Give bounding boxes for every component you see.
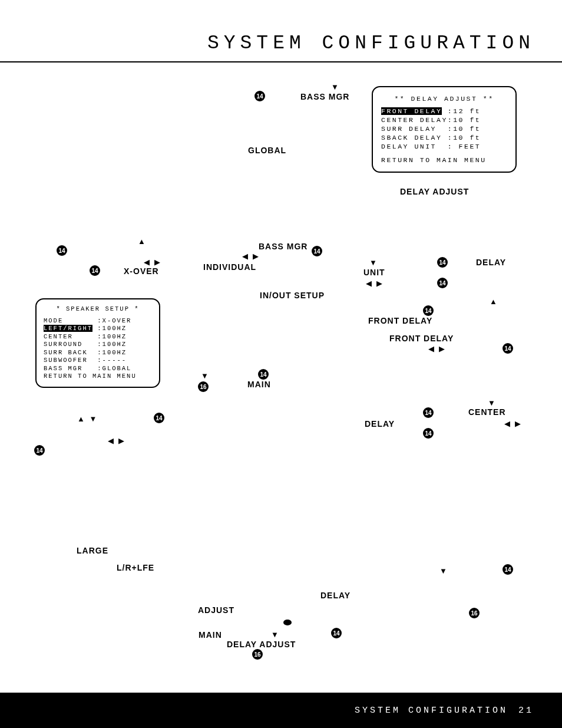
- label-bass-mgr: BASS MGR: [259, 242, 308, 251]
- lcd-row: SURR DELAY :10 ft: [381, 124, 507, 133]
- lcd-row: FRONT DELAY :12 ft: [381, 107, 507, 116]
- page-title: SYSTEM CONFIGURATION: [0, 32, 535, 54]
- chevron-up-icon: ▲: [490, 297, 498, 306]
- label-main: MAIN: [247, 380, 271, 389]
- label-individual: INDIVIDUAL: [203, 262, 256, 272]
- badge-14: 14: [90, 265, 100, 276]
- label-global: GLOBAL: [248, 146, 286, 155]
- label-x-over: X-OVER: [124, 266, 159, 276]
- badge-14: 14: [331, 628, 342, 638]
- label-lr-lfe: L/R+LFE: [117, 563, 154, 572]
- lcd-row: CENTER :100HZ: [44, 333, 152, 341]
- chevron-down-icon: ▼: [369, 258, 378, 267]
- chevron-left-right-icon: ◀ ▶: [144, 258, 161, 266]
- badge-14: 14: [423, 305, 434, 316]
- chevron-down-icon: ▼: [331, 83, 340, 91]
- chevron-left-right-icon: ◀ ▶: [242, 252, 260, 261]
- chevron-down-icon: ▼: [439, 566, 448, 575]
- label-delay: DELAY: [476, 258, 506, 267]
- lcd-return: RETURN TO MAIN MENU: [381, 156, 507, 164]
- lcd-row: BASS MGR :GLOBAL: [44, 365, 152, 373]
- chevron-down-icon: ▼: [488, 398, 497, 407]
- lcd-title: ** DELAY ADJUST **: [381, 94, 507, 103]
- chevron-up-down-icon: ▲ ▼: [77, 414, 98, 423]
- badge-14: 14: [503, 343, 513, 354]
- label-front-delay: FRONT DELAY: [389, 334, 454, 343]
- label-large: LARGE: [77, 546, 108, 555]
- chevron-down-icon: ▼: [201, 371, 210, 380]
- label-main: MAIN: [199, 630, 222, 640]
- label-delay: DELAY: [365, 419, 395, 429]
- badge-14: 14: [258, 369, 269, 380]
- badge-14: 14: [423, 407, 434, 418]
- lcd-row: SURROUND :100HZ: [44, 341, 152, 349]
- label-delay-adjust: DELAY ADJUST: [227, 640, 296, 649]
- page-number: 21: [518, 706, 534, 716]
- lcd-title: * SPEAKER SETUP *: [44, 305, 152, 314]
- lcd-row: MODE :X-OVER: [44, 317, 152, 325]
- chevron-left-right-icon: ◀ ▶: [428, 344, 446, 353]
- header-rule: [0, 61, 562, 62]
- chevron-up-icon: ▲: [138, 237, 147, 246]
- badge-14: 14: [254, 91, 265, 101]
- badge-16: 16: [252, 649, 263, 660]
- lcd-row: SBACK DELAY :10 ft: [381, 133, 507, 142]
- lcd-row: DELAY UNIT : FEET: [381, 142, 507, 151]
- badge-14: 14: [437, 257, 448, 268]
- label-adjust: ADJUST: [198, 605, 234, 615]
- footer-title: SYSTEM CONFIGURATION: [355, 706, 508, 716]
- lcd-return: RETURN TO MAIN MENU: [44, 373, 152, 381]
- label-center: CENTER: [468, 407, 506, 417]
- lcd-delay-adjust: ** DELAY ADJUST ** FRONT DELAY :12 ft CE…: [372, 86, 517, 173]
- chevron-left-right-icon: ◀ ▶: [504, 419, 522, 428]
- dot-icon: [283, 620, 292, 625]
- label-delay-adjust: DELAY ADJUST: [400, 187, 469, 196]
- badge-14: 14: [423, 428, 434, 439]
- badge-14: 14: [312, 246, 322, 256]
- lcd-row: SUBWOOFER :-----: [44, 357, 152, 365]
- badge-16: 16: [469, 608, 480, 618]
- page-footer: SYSTEM CONFIGURATION 21: [0, 693, 562, 728]
- badge-14: 14: [34, 445, 45, 456]
- label-bass-mgr: BASS MGR: [300, 92, 349, 101]
- label-delay: DELAY: [320, 591, 351, 600]
- label-in-out-setup: IN/OUT SETUP: [260, 291, 325, 300]
- badge-16: 16: [198, 381, 209, 392]
- label-front-delay: FRONT DELAY: [368, 316, 432, 325]
- badge-14: 14: [57, 245, 67, 256]
- lcd-row: LEFT/RIGHT :100HZ: [44, 325, 152, 333]
- chevron-down-icon: ▼: [271, 630, 280, 639]
- label-unit: UNIT: [363, 268, 385, 277]
- badge-14: 14: [154, 413, 164, 423]
- chevron-left-right-icon: ◀ ▶: [108, 436, 125, 445]
- badge-14: 14: [437, 278, 448, 288]
- lcd-row: CENTER DELAY:10 ft: [381, 116, 507, 124]
- chevron-left-right-icon: ◀ ▶: [366, 279, 384, 288]
- lcd-row: SURR BACK :100HZ: [44, 349, 152, 357]
- badge-14: 14: [503, 564, 513, 575]
- lcd-speaker-setup: * SPEAKER SETUP * MODE :X-OVER LEFT/RIGH…: [35, 298, 160, 388]
